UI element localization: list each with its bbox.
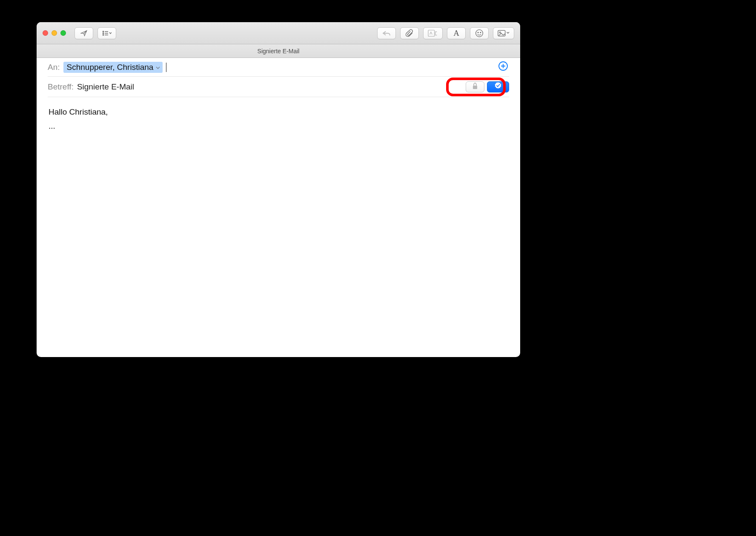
chevron-down-icon xyxy=(156,63,160,72)
plus-circle-icon xyxy=(498,61,508,73)
minimize-window-button[interactable] xyxy=(52,30,57,36)
format-icon: A xyxy=(453,29,459,38)
svg-point-2 xyxy=(103,33,104,34)
header-fields: An: Schnupperer, Christiana xyxy=(37,58,520,97)
body-line-2: ... xyxy=(49,119,508,133)
header-fields-menu-button[interactable] xyxy=(97,27,116,39)
photo-browser-button[interactable] xyxy=(493,27,514,39)
add-contact-button[interactable] xyxy=(497,60,509,74)
svg-point-11 xyxy=(499,32,501,33)
markup-attachment-button[interactable] xyxy=(423,27,443,39)
reply-button[interactable] xyxy=(377,27,396,39)
svg-point-7 xyxy=(476,29,483,37)
close-window-button[interactable] xyxy=(43,30,48,36)
svg-rect-15 xyxy=(473,86,477,89)
window-title: Signierte E-Mail xyxy=(37,44,520,58)
format-button[interactable]: A xyxy=(447,27,466,39)
body-line-1: Hallo Christiana, xyxy=(49,105,508,119)
titlebar: A xyxy=(37,22,520,44)
sign-toggle-button[interactable] xyxy=(487,81,509,92)
reply-icon xyxy=(382,30,391,37)
svg-point-4 xyxy=(103,35,104,35)
markup-attach-icon xyxy=(428,29,438,37)
subject-input[interactable]: Signierte E-Mail xyxy=(77,82,134,92)
to-label: An: xyxy=(48,63,60,72)
svg-point-8 xyxy=(478,32,478,33)
message-body[interactable]: Hallo Christiana, ... xyxy=(37,97,520,141)
header-menu-icon xyxy=(102,30,112,36)
send-button[interactable] xyxy=(74,27,93,39)
zoom-window-button[interactable] xyxy=(60,30,66,36)
lock-icon xyxy=(472,82,478,92)
photo-browser-icon xyxy=(498,30,510,37)
encrypt-toggle-button[interactable] xyxy=(466,81,484,92)
subject-label: Betreff: xyxy=(48,82,74,92)
send-icon xyxy=(79,29,89,37)
attach-button[interactable] xyxy=(400,27,419,39)
to-row[interactable]: An: Schnupperer, Christiana xyxy=(48,58,509,77)
emoji-icon xyxy=(475,29,484,37)
window-controls xyxy=(43,30,66,36)
paperclip-icon xyxy=(406,29,413,37)
security-buttons xyxy=(466,81,509,92)
svg-point-9 xyxy=(480,32,481,33)
mail-compose-window: A xyxy=(37,22,520,357)
recipient-name: Schnupperer, Christiana xyxy=(67,63,154,72)
to-recipient-token[interactable]: Schnupperer, Christiana xyxy=(63,62,163,73)
emoji-button[interactable] xyxy=(470,27,489,39)
subject-row[interactable]: Betreff: Signierte E-Mail xyxy=(48,77,509,97)
signed-badge-icon xyxy=(494,82,502,92)
to-input-cursor xyxy=(166,63,166,72)
svg-point-0 xyxy=(103,31,104,32)
